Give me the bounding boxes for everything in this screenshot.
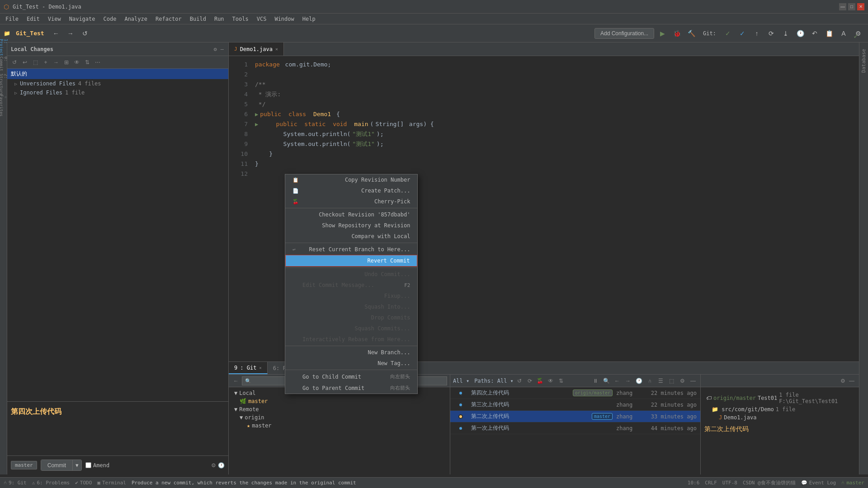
ctx-new-tag[interactable]: New Tag... bbox=[285, 358, 417, 369]
history-log-button[interactable]: 🕐 bbox=[634, 376, 643, 385]
sort-log-button[interactable]: ⇅ bbox=[557, 376, 566, 385]
demo1-file[interactable]: J Demo1.java bbox=[704, 413, 855, 422]
right-nav-button[interactable]: → bbox=[623, 376, 632, 385]
git-check-button[interactable]: ✓ bbox=[722, 27, 734, 40]
refresh-log-button[interactable]: ↺ bbox=[515, 376, 524, 385]
git-pull-button[interactable]: ↑ bbox=[750, 27, 763, 40]
revert-button[interactable]: ↩ bbox=[20, 58, 29, 67]
minimize-log-button[interactable]: — bbox=[689, 376, 698, 385]
git-log-back-button[interactable]: ← bbox=[231, 376, 241, 385]
commit-tab[interactable]: 0: Commit bbox=[0, 61, 7, 67]
filter-button[interactable]: ⋯ bbox=[93, 58, 102, 67]
filter-log-button[interactable]: ☰ bbox=[656, 376, 665, 385]
tree-origin-master-item[interactable]: ★ master bbox=[232, 422, 446, 430]
menu-run[interactable]: Run bbox=[211, 15, 228, 23]
ctx-reset-branch[interactable]: ↩ Reset Current Branch to Here... bbox=[285, 244, 417, 255]
position-item[interactable]: 10:6 bbox=[688, 480, 700, 486]
menu-build[interactable]: Build bbox=[186, 15, 210, 23]
ctx-create-patch[interactable]: 📄 Create Patch... bbox=[285, 185, 417, 196]
menu-code[interactable]: Code bbox=[100, 15, 120, 23]
debug-button[interactable]: 🐞 bbox=[670, 27, 683, 40]
minimize-button[interactable]: — bbox=[839, 3, 846, 10]
ctx-compare-local[interactable]: Compare with Local bbox=[285, 231, 417, 242]
todo-status-item[interactable]: ✔ TODO bbox=[75, 480, 92, 486]
ctx-checkout[interactable]: Checkout Revision '857dbabd' bbox=[285, 209, 417, 220]
ctx-go-to-parent[interactable]: Go to Parent Commit 向右箭头 bbox=[285, 382, 417, 394]
tab-close-icon[interactable]: ✕ bbox=[275, 47, 278, 52]
structure-tab[interactable]: 2: Structure bbox=[0, 81, 7, 88]
eye-log-button[interactable]: 👁 bbox=[546, 376, 555, 385]
refresh-button[interactable]: ↺ bbox=[79, 27, 91, 40]
git-log-button[interactable]: 📋 bbox=[823, 27, 835, 40]
move-button[interactable]: → bbox=[52, 58, 61, 67]
ctx-show-repo[interactable]: Show Repository at Revision bbox=[285, 220, 417, 231]
git-tab-close[interactable]: ✕ bbox=[259, 366, 261, 370]
amend-checkbox-label[interactable]: Amend bbox=[85, 462, 109, 469]
tree-master-item[interactable]: 🌿 master bbox=[232, 397, 446, 405]
menu-help[interactable]: Help bbox=[299, 15, 319, 23]
run-icon-7[interactable]: ▶ bbox=[255, 119, 258, 129]
eye-button[interactable]: 👁 bbox=[72, 58, 81, 67]
ctx-new-branch[interactable]: New Branch... bbox=[285, 347, 417, 358]
menu-navigate[interactable]: Navigate bbox=[66, 15, 99, 23]
git-push-button[interactable]: ✓ bbox=[736, 27, 749, 40]
run-button[interactable]: ▶ bbox=[656, 27, 669, 40]
minimize-panel-icon[interactable]: — bbox=[220, 45, 225, 53]
expand-log-button[interactable]: ⬚ bbox=[667, 376, 676, 385]
commit-dropdown-button[interactable]: ▾ bbox=[72, 460, 81, 470]
branch-status-item[interactable]: ⑃ master bbox=[841, 480, 864, 486]
pause-button[interactable]: ⏸ bbox=[591, 376, 600, 385]
git-history-button[interactable]: 🕐 bbox=[794, 27, 807, 40]
src-folder[interactable]: 📁 src/com/git/Demo 1 file bbox=[704, 405, 855, 413]
add-configuration-button[interactable]: Add Configuration... bbox=[594, 28, 654, 39]
expand-button[interactable]: ⊞ bbox=[62, 58, 71, 67]
event-log-item[interactable]: 💬 Event Log bbox=[801, 480, 836, 486]
commit-clock-button[interactable]: 🕐 bbox=[218, 462, 225, 469]
commit-row-4[interactable]: 第一次上传代码 zhang 44 minutes ago bbox=[450, 422, 700, 434]
left-nav-button[interactable]: ← bbox=[613, 376, 622, 385]
close-button[interactable]: ✕ bbox=[857, 3, 864, 10]
translate-button[interactable]: A bbox=[837, 27, 850, 40]
menu-analyze[interactable]: Analyze bbox=[121, 15, 151, 23]
commit-row-2[interactable]: 第三次上传代码 zhang 22 minutes ago bbox=[450, 399, 700, 411]
show-diff-button[interactable]: ⬚ bbox=[31, 58, 40, 67]
commit-settings-button[interactable]: ⚙ bbox=[211, 462, 216, 469]
encoding-item[interactable]: UTF-8 bbox=[722, 480, 737, 486]
project-tab[interactable]: 1: Project bbox=[0, 44, 7, 51]
git-undo-button[interactable]: ↶ bbox=[808, 27, 821, 40]
forward-button[interactable]: → bbox=[64, 27, 77, 40]
ctx-go-to-child[interactable]: Go to Child Commit 向左箭头 bbox=[285, 371, 417, 382]
build-button[interactable]: 🔨 bbox=[685, 27, 698, 40]
ctx-cherry-pick[interactable]: 🍒 Cherry-Pick bbox=[285, 196, 417, 207]
tab-demo1java[interactable]: J Demo1.java ✕ bbox=[229, 42, 284, 56]
titlebar-controls[interactable]: — □ ✕ bbox=[839, 3, 864, 10]
menu-edit[interactable]: Edit bbox=[23, 15, 43, 23]
git-stash-button[interactable]: ⤓ bbox=[779, 27, 792, 40]
ctx-revert-commit[interactable]: Revert Commit bbox=[285, 255, 417, 267]
commit-row-3[interactable]: 第二次上传代码 master zhang 33 minutes ago bbox=[450, 411, 700, 422]
fetch-button[interactable]: ⟳ bbox=[525, 376, 534, 385]
unversioned-files-item[interactable]: ▷ Unversioned Files 4 files bbox=[7, 79, 228, 88]
menu-tools[interactable]: Tools bbox=[229, 15, 252, 23]
run-icon-6[interactable]: ▶ bbox=[255, 109, 258, 119]
gear-icon[interactable]: ⚙ bbox=[213, 45, 218, 53]
cherry-pick-log-button[interactable]: 🍒 bbox=[536, 376, 545, 385]
minimize-right-button[interactable]: — bbox=[847, 376, 856, 385]
commit-button[interactable]: Commit bbox=[41, 460, 72, 470]
menu-view[interactable]: View bbox=[44, 15, 65, 23]
favorites-tab[interactable]: ☆ Favorites bbox=[0, 102, 7, 108]
test01-folder[interactable]: 🏷 origin/master Test01 1 file F:\Git_Tes… bbox=[704, 391, 855, 405]
gear-right-button[interactable]: ⚙ bbox=[838, 376, 847, 385]
git-status-item[interactable]: ⑃ 9: Git bbox=[4, 480, 27, 486]
tree-remote-item[interactable]: ▼ Remote bbox=[232, 405, 446, 413]
tree-origin-item[interactable]: ▼ origin bbox=[232, 413, 446, 422]
maximize-button[interactable]: □ bbox=[848, 3, 855, 10]
branch-log-button[interactable]: ⑃ bbox=[645, 376, 654, 385]
problems-status-item[interactable]: ⚠ 6: Problems bbox=[32, 480, 70, 486]
settings-log-button[interactable]: ⚙ bbox=[678, 376, 687, 385]
back-button[interactable]: ← bbox=[50, 27, 62, 40]
search-log-button[interactable]: 🔍 bbox=[602, 376, 611, 385]
amend-checkbox[interactable] bbox=[85, 462, 91, 468]
git-fetch-button[interactable]: ⟳ bbox=[765, 27, 778, 40]
tab-git[interactable]: 9 : Git ✕ bbox=[229, 362, 268, 374]
